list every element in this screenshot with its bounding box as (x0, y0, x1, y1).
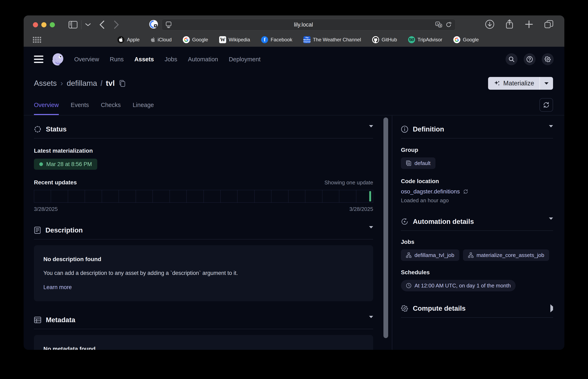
bookmark-apple[interactable]: Apple (117, 36, 139, 43)
reload-icon[interactable] (446, 21, 452, 28)
bookmark-google-2[interactable]: Google (453, 36, 479, 43)
automation-collapse-button[interactable] (549, 220, 553, 223)
browser-window: lily.local A ✱ (24, 16, 564, 350)
nav-item-deployment[interactable]: Deployment (229, 56, 261, 63)
translate-icon[interactable]: A ✱ (435, 22, 442, 28)
job-chip-materialize-core-assets-job[interactable]: materialize_core_assets_job (463, 249, 549, 261)
reload-code-location-icon[interactable] (463, 189, 468, 194)
job-graph-icon (468, 252, 474, 258)
nav-item-jobs[interactable]: Jobs (165, 56, 177, 63)
divider (34, 329, 373, 329)
compute-expand-button[interactable] (550, 307, 553, 310)
sidebar-chevron-icon[interactable] (85, 23, 91, 26)
tab-lineage[interactable]: Lineage (133, 95, 154, 115)
close-window-button[interactable] (33, 22, 38, 27)
tab-events[interactable]: Events (71, 95, 89, 115)
password-manager-icon[interactable] (149, 19, 158, 30)
zoom-window-button[interactable] (50, 22, 55, 27)
menu-icon[interactable] (34, 56, 43, 63)
job-chip-defillama-tvl-job[interactable]: defillama_tvl_job (401, 249, 459, 261)
wikipedia-favicon-icon: W (219, 36, 226, 43)
timeline-cell (204, 190, 221, 203)
metadata-empty-state: No metadata found Attach metadata to you… (34, 335, 373, 350)
bookmark-facebook[interactable]: f Facebook (261, 36, 292, 43)
info-icon (401, 126, 408, 133)
minimize-window-button[interactable] (41, 22, 46, 27)
help-icon (526, 56, 533, 63)
bookmark-google-1[interactable]: Google (183, 36, 208, 43)
breadcrumb-group-link[interactable]: defillama (67, 79, 97, 88)
divider (401, 138, 553, 139)
tab-checks[interactable]: Checks (101, 95, 121, 115)
copy-asset-name-button[interactable] (119, 80, 125, 87)
gear-icon (544, 56, 551, 63)
bookmarks-bar: Apple iCloud Google W Wikipedia (24, 34, 564, 47)
nav-item-overview[interactable]: Overview (74, 56, 99, 63)
materialize-label: Materialize (503, 80, 534, 87)
timeline-start-date: 3/28/2025 (34, 206, 58, 212)
dagster-logo-icon[interactable] (52, 53, 65, 66)
learn-more-link[interactable]: Learn more (43, 284, 72, 290)
latest-materialization-label: Latest materialization (34, 147, 373, 154)
definition-heading: Definition (413, 125, 444, 133)
group-chip[interactable]: default (401, 158, 436, 169)
job-graph-icon (406, 252, 412, 258)
bookmark-tripadvisor[interactable]: TripAdvisor (408, 36, 442, 43)
timeline-grid[interactable] (34, 190, 373, 203)
chevron-right-icon (550, 304, 553, 312)
tab-overview[interactable]: Overview (34, 95, 59, 115)
group-label: Group (401, 147, 553, 153)
schedule-chip[interactable]: At 12:00 AM UTC, on day 1 of the month (401, 280, 516, 291)
code-location-link[interactable]: oso_dagster.definitions (401, 188, 460, 195)
bookmark-icloud[interactable]: iCloud (151, 37, 172, 43)
metadata-collapse-button[interactable] (369, 318, 373, 322)
schedules-label: Schedules (401, 269, 553, 276)
toolbar-separator (81, 20, 82, 29)
bookmark-weather-channel[interactable]: TheWeatherChannel The Weather Channel (303, 36, 361, 43)
divider (34, 239, 373, 239)
nav-item-automation[interactable]: Automation (188, 56, 218, 63)
chevron-down-icon (544, 82, 548, 85)
copy-icon (119, 80, 125, 87)
address-bar[interactable]: lily.local A ✱ (162, 19, 456, 31)
breadcrumb-assets-link[interactable]: Assets (34, 79, 57, 88)
job-name: materialize_core_assets_job (477, 252, 544, 258)
recent-updates-label: Recent updates (34, 179, 77, 186)
favorites-grid-icon[interactable] (33, 37, 41, 43)
help-button[interactable] (524, 53, 536, 65)
refresh-button[interactable] (540, 98, 553, 112)
materialize-dropdown-button[interactable] (540, 77, 553, 90)
bookmark-github[interactable]: GitHub (372, 36, 397, 43)
forward-button[interactable] (113, 20, 120, 29)
search-button[interactable] (506, 53, 517, 65)
definition-collapse-button[interactable] (549, 127, 553, 131)
scrollbar-track[interactable] (373, 115, 392, 350)
timeline-cell (322, 190, 339, 203)
clock-icon (406, 283, 412, 288)
timeline-cell (238, 190, 254, 203)
back-button[interactable] (99, 20, 105, 29)
scrollbar-thumb[interactable] (383, 117, 388, 338)
share-icon[interactable] (505, 19, 514, 30)
group-value: default (414, 160, 431, 166)
breadcrumb: Assets › defillama / tvl Materialize (24, 72, 564, 95)
schedule-value: At 12:00 AM UTC, on day 1 of the month (414, 283, 511, 289)
description-collapse-button[interactable] (369, 228, 373, 232)
url-text: lily.local (172, 22, 435, 28)
settings-button[interactable] (542, 53, 554, 65)
timeline-cell (51, 190, 68, 203)
downloads-icon[interactable] (485, 19, 495, 30)
sidebar-toggle-icon[interactable] (68, 21, 77, 29)
materialize-button[interactable]: Materialize (488, 77, 540, 90)
page-settings-icon[interactable] (166, 21, 172, 28)
timeline-cell (221, 190, 238, 203)
latest-materialization-chip[interactable]: Mar 28 at 8:56 PM (34, 159, 97, 170)
timeline-cell (305, 190, 322, 203)
tab-overview-icon[interactable] (544, 20, 554, 30)
nav-item-runs[interactable]: Runs (110, 56, 124, 63)
status-collapse-button[interactable] (369, 127, 373, 131)
bookmark-wikipedia[interactable]: W Wikipedia (219, 36, 250, 43)
new-tab-icon[interactable] (525, 20, 533, 30)
divider (401, 230, 553, 231)
nav-item-assets[interactable]: Assets (135, 56, 154, 63)
